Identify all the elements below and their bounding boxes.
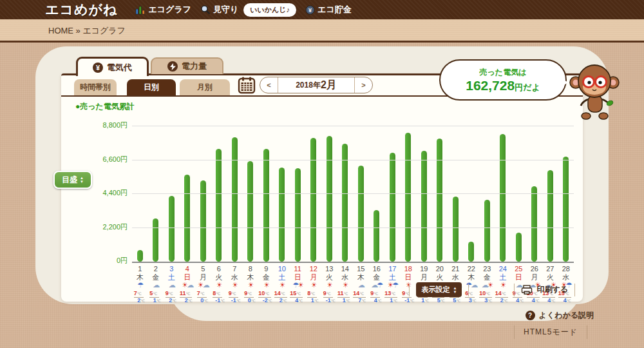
day-number: 5 [195,265,211,273]
calendar-button[interactable] [238,76,256,94]
separator [574,284,575,296]
tab-power-amount[interactable]: 電力量 [151,57,223,74]
separator [468,284,469,296]
nav-ecochokin[interactable]: ¥ エコ貯金 [305,4,352,15]
day-number: 25 [511,265,527,273]
bar-day-1 [137,250,143,262]
magnifier-icon [200,5,211,15]
nav-ecograph[interactable]: エコグラフ [135,4,191,15]
day-number: 27 [542,265,558,273]
next-month-button[interactable]: > [354,77,372,93]
bar-day-16 [374,210,379,262]
weekday-label: 火 [321,273,337,282]
bar-column [416,126,432,262]
print-button[interactable]: 印刷する [521,284,568,295]
bar-column [164,126,180,262]
breadcrumb[interactable]: HOME » エコグラフ [48,25,126,37]
tab-electricity-cost[interactable]: ¥ 電気代 [76,57,149,76]
subtab-by-timezone[interactable]: 時間帯別 [74,79,117,95]
y-axis-tick: 6,600円 [102,155,128,164]
scale-toggle-button[interactable]: 目盛 ▲▼ [53,171,92,189]
temperature: 10℃-2℃ [260,291,272,304]
lightning-icon [167,61,178,72]
weekday-label: 土 [495,273,511,282]
subtab-by-day[interactable]: 日別 [127,79,176,95]
temperature: 14℃7℃ [354,291,367,304]
weekday-label: 金 [148,273,164,282]
weather-cloud-icon: ☁ [353,281,369,289]
bar-day-11 [295,168,301,262]
current-month: 2月 [321,79,337,92]
bar-day-8 [247,161,253,262]
prev-month-button[interactable]: < [260,77,278,93]
sold-electricity-bubble: 売った電気は 162,728円だよ [439,59,567,101]
status-bubble: いいかんじ♪ [243,3,296,17]
day-number: 23 [479,265,495,273]
bar-column [227,126,243,262]
bar-day-7 [232,137,238,262]
weekday-label: 火 [542,273,558,282]
day-number: 3 [164,265,180,273]
x-label-day-10: 10土☀14℃2℃ [274,265,290,305]
app-logo[interactable]: エコめがね [45,1,117,19]
x-label-day-15: 15木☁14℃7℃ [353,265,369,305]
bar-day-6 [216,149,222,262]
bar-column [432,126,448,262]
gridline [132,126,574,126]
weekday-label: 月 [195,273,211,282]
bar-day-22 [468,242,474,262]
bar-column [211,126,227,262]
scale-toggle-label: 目盛 [62,175,77,186]
yen-coin-icon: ¥ [93,63,103,73]
bar-column [337,126,354,262]
bar-day-20 [437,139,442,262]
bar-day-28 [563,157,569,262]
x-label-day-17: 17土☀☂13℃1℃ [384,265,401,305]
nav-mimamori[interactable]: 見守り [200,4,238,15]
help-link-label: よくわかる説明 [539,310,594,321]
day-number: 1 [132,265,148,273]
weekday-label: 土 [384,273,401,282]
day-number: 2 [148,265,164,273]
display-settings-button[interactable]: 表示設定 ▲▼ [416,282,462,297]
day-number: 15 [353,265,369,273]
current-year: 2018年 [296,80,321,91]
help-link[interactable]: ? よくわかる説明 [526,310,594,321]
temperature: 9℃0℃ [245,291,255,304]
bar-column [401,126,417,262]
weekday-label: 金 [258,273,274,282]
sold-amount-suffix: 円だよ [515,82,540,92]
bar-day-3 [169,196,175,262]
bar-column [353,126,369,262]
temperature: 9℃4℃ [372,291,381,304]
weather-sun-icon: ☀ [227,281,243,289]
weekday-label: 日 [401,273,417,282]
weather-rain-sun-icon: ☂☀ [290,281,306,289]
weather-rain-icon: ☂ [132,281,148,289]
question-icon: ? [526,311,535,320]
temperature: 15℃4℃ [291,291,304,304]
bar-column [464,126,480,262]
temperature: 7℃2℃ [135,291,145,304]
bar-column [321,126,337,262]
y-axis-tick: 8,800円 [102,121,128,130]
html5-mode-link[interactable]: HTML5モード [514,325,587,339]
bar-day-23 [484,200,490,262]
bubble-caption: 売った電気は [480,67,527,78]
x-label-day-6: 6火☀8℃-1℃ [211,265,227,305]
bar-column [306,126,322,262]
x-label-day-11: 11日☂☀15℃4℃ [290,265,306,305]
bar-day-15 [358,166,364,262]
bar-chart-plot: 0円2,200円4,400円6,600円8,800円 [132,126,574,263]
subtab-by-month[interactable]: 月別 [180,79,230,95]
day-number: 11 [290,265,306,273]
bar-column [558,126,574,262]
temperature: 13℃1℃ [386,291,399,304]
bar-day-12 [310,138,316,262]
x-label-day-16: 16金☁☂9℃4℃ [369,265,385,305]
sold-amount-value: 162,728 [466,78,515,93]
weather-cloud-rain-icon: ☁☂ [369,281,385,289]
day-number: 21 [448,265,464,273]
temperature: 14℃2℃ [276,291,289,304]
coin-icon: ¥ [305,5,315,15]
